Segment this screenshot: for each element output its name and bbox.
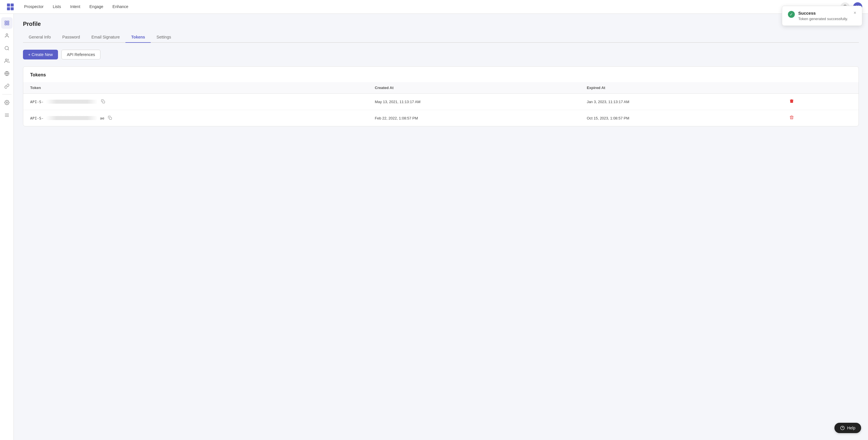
svg-rect-7	[7, 24, 9, 25]
sidebar-settings-icon[interactable]	[1, 97, 12, 108]
nav-intent[interactable]: Intent	[70, 0, 81, 13]
column-created-at: Created At	[368, 82, 580, 94]
tokens-table-header: Token Created At Expired At	[23, 82, 859, 94]
delete-cell-2	[781, 110, 859, 126]
created-at-1: May 13, 2021, 11:13:17 AM	[368, 94, 580, 110]
api-references-button[interactable]: API References	[61, 50, 100, 59]
nav-engage[interactable]: Engage	[90, 0, 103, 13]
svg-rect-18	[102, 101, 105, 103]
sidebar-divider	[2, 94, 11, 94]
toast-title: Success	[798, 11, 850, 16]
sidebar-people-icon[interactable]	[1, 55, 12, 67]
tab-tokens[interactable]: Tokens	[125, 32, 151, 43]
copy-token-1-button[interactable]	[100, 99, 106, 105]
svg-rect-5	[7, 21, 9, 22]
svg-point-8	[6, 34, 8, 35]
sidebar	[0, 14, 14, 440]
sidebar-globe-icon[interactable]	[1, 68, 12, 79]
column-actions	[781, 82, 859, 94]
tab-general-info[interactable]: General Info	[23, 32, 57, 43]
tokens-section-title: Tokens	[23, 67, 859, 82]
nav-enhance[interactable]: Enhance	[113, 0, 128, 13]
sidebar-link-icon[interactable]	[1, 81, 12, 92]
token-value-1: API-S-	[30, 99, 361, 105]
expired-at-1: Jan 3, 2023, 11:13:17 AM	[580, 94, 781, 110]
token-suffix-2: ae	[100, 116, 104, 120]
sidebar-home-icon[interactable]	[1, 17, 12, 29]
sidebar-search-icon[interactable]	[1, 42, 12, 54]
svg-rect-6	[5, 24, 6, 25]
nav-prospector[interactable]: Prospector	[24, 0, 43, 13]
svg-rect-4	[5, 21, 6, 22]
expired-at-2: Oct 15, 2023, 1:08:57 PM	[580, 110, 781, 126]
sidebar-user-icon[interactable]	[1, 30, 12, 41]
copy-token-2-button[interactable]	[107, 115, 113, 121]
delete-cell-1	[781, 94, 859, 110]
svg-rect-2	[7, 7, 10, 10]
main-layout: Profile General Info Password Email Sign…	[0, 14, 868, 440]
help-button[interactable]: Help	[834, 423, 861, 433]
token-prefix-2: API-S-	[30, 116, 43, 120]
token-blurred-2	[46, 116, 98, 120]
svg-rect-19	[110, 117, 112, 119]
svg-point-9	[5, 46, 8, 50]
page-title: Profile	[23, 21, 859, 27]
tab-settings[interactable]: Settings	[151, 32, 177, 43]
success-toast: ✓ Success Token generated successfully. …	[782, 6, 862, 26]
toast-content: Success Token generated successfully.	[798, 11, 850, 21]
table-row: API-S- ae Feb	[23, 110, 859, 126]
tab-password[interactable]: Password	[57, 32, 86, 43]
action-bar: + Create New API References	[23, 50, 859, 59]
svg-point-11	[5, 59, 7, 61]
column-expired-at: Expired At	[580, 82, 781, 94]
tokens-table-body: API-S- May 13, 2021, 11:13:17	[23, 94, 859, 126]
toast-success-icon: ✓	[788, 11, 795, 18]
svg-line-10	[8, 49, 9, 50]
help-label: Help	[847, 426, 856, 430]
profile-tabs: General Info Password Email Signature To…	[23, 32, 859, 43]
token-value-2: API-S- ae	[30, 115, 361, 121]
app-logo[interactable]	[6, 2, 15, 11]
sidebar-layers-icon[interactable]	[1, 110, 12, 121]
token-cell-2: API-S- ae	[23, 110, 368, 126]
token-blurred-1	[46, 100, 98, 104]
svg-rect-0	[7, 3, 10, 6]
nav-lists[interactable]: Lists	[53, 0, 61, 13]
main-content: Profile General Info Password Email Sign…	[14, 14, 868, 440]
delete-token-1-button[interactable]	[787, 98, 796, 106]
created-at-2: Feb 22, 2022, 1:08:57 PM	[368, 110, 580, 126]
column-token: Token	[23, 82, 368, 94]
toast-close-button[interactable]: ×	[854, 11, 856, 15]
token-prefix-1: API-S-	[30, 100, 43, 104]
svg-rect-3	[11, 7, 13, 10]
create-new-button[interactable]: + Create New	[23, 50, 58, 59]
tokens-table: Token Created At Expired At API-S-	[23, 82, 859, 126]
table-row: API-S- May 13, 2021, 11:13:17	[23, 94, 859, 110]
tokens-section: Tokens Token Created At Expired At	[23, 66, 859, 126]
delete-token-2-button[interactable]	[787, 114, 796, 122]
svg-rect-1	[11, 3, 13, 6]
token-cell-1: API-S-	[23, 94, 368, 110]
toast-message: Token generated successfully.	[798, 17, 850, 21]
svg-point-14	[6, 102, 7, 104]
tab-email-signature[interactable]: Email Signature	[86, 32, 126, 43]
top-nav: Prospector Lists Intent Engage Enhance U	[0, 0, 868, 14]
